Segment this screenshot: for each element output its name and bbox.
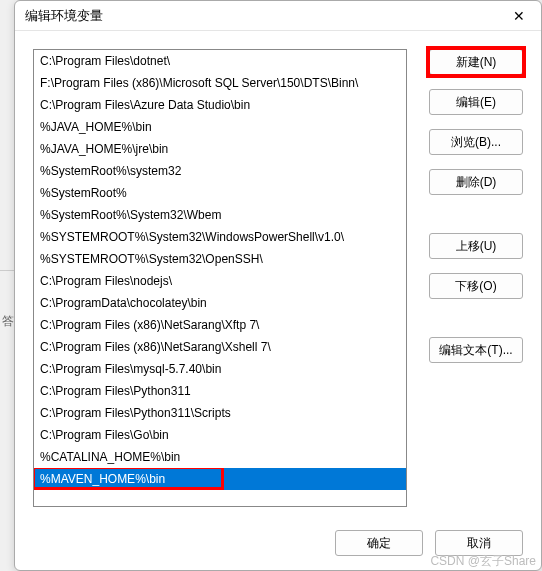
list-item[interactable]: %SystemRoot%\System32\Wbem xyxy=(34,204,406,226)
list-item[interactable]: C:\Program Files\Azure Data Studio\bin xyxy=(34,94,406,116)
move-down-button[interactable]: 下移(O) xyxy=(429,273,523,299)
list-item[interactable]: C:\ProgramData\chocolatey\bin xyxy=(34,292,406,314)
list-item[interactable]: %MAVEN_HOME%\bin xyxy=(34,468,406,490)
highlight-selected-item xyxy=(34,468,224,490)
list-item[interactable]: C:\Program Files\Go\bin xyxy=(34,424,406,446)
delete-button[interactable]: 删除(D) xyxy=(429,169,523,195)
list-item[interactable]: %SystemRoot%\system32 xyxy=(34,160,406,182)
background-text: 答 xyxy=(2,313,14,330)
close-icon[interactable]: ✕ xyxy=(507,6,531,26)
list-item[interactable]: F:\Program Files (x86)\Microsoft SQL Ser… xyxy=(34,72,406,94)
move-up-button[interactable]: 上移(U) xyxy=(429,233,523,259)
ok-button[interactable]: 确定 xyxy=(335,530,423,556)
cancel-button[interactable]: 取消 xyxy=(435,530,523,556)
list-item[interactable]: C:\Program Files\mysql-5.7.40\bin xyxy=(34,358,406,380)
list-item[interactable]: %SYSTEMROOT%\System32\WindowsPowerShell\… xyxy=(34,226,406,248)
edit-env-var-dialog: 编辑环境变量 ✕ C:\Program Files\dotnet\F:\Prog… xyxy=(14,0,542,571)
list-item[interactable]: C:\Program Files\dotnet\ xyxy=(34,50,406,72)
titlebar: 编辑环境变量 ✕ xyxy=(15,1,541,31)
list-item[interactable]: C:\Program Files\nodejs\ xyxy=(34,270,406,292)
list-item[interactable]: %JAVA_HOME%\jre\bin xyxy=(34,138,406,160)
list-item[interactable]: %SYSTEMROOT%\System32\OpenSSH\ xyxy=(34,248,406,270)
new-button[interactable]: 新建(N) xyxy=(429,49,523,75)
browse-button[interactable]: 浏览(B)... xyxy=(429,129,523,155)
edit-button[interactable]: 编辑(E) xyxy=(429,89,523,115)
path-listbox[interactable]: C:\Program Files\dotnet\F:\Program Files… xyxy=(33,49,407,507)
list-item[interactable]: C:\Program Files\Python311\Scripts xyxy=(34,402,406,424)
edit-text-button[interactable]: 编辑文本(T)... xyxy=(429,337,523,363)
list-item[interactable]: C:\Program Files (x86)\NetSarang\Xshell … xyxy=(34,336,406,358)
dialog-title: 编辑环境变量 xyxy=(25,7,103,25)
list-item[interactable]: %JAVA_HOME%\bin xyxy=(34,116,406,138)
list-item[interactable]: C:\Program Files (x86)\NetSarang\Xftp 7\ xyxy=(34,314,406,336)
list-item[interactable]: C:\Program Files\Python311 xyxy=(34,380,406,402)
list-item[interactable]: %CATALINA_HOME%\bin xyxy=(34,446,406,468)
list-item[interactable]: %SystemRoot% xyxy=(34,182,406,204)
